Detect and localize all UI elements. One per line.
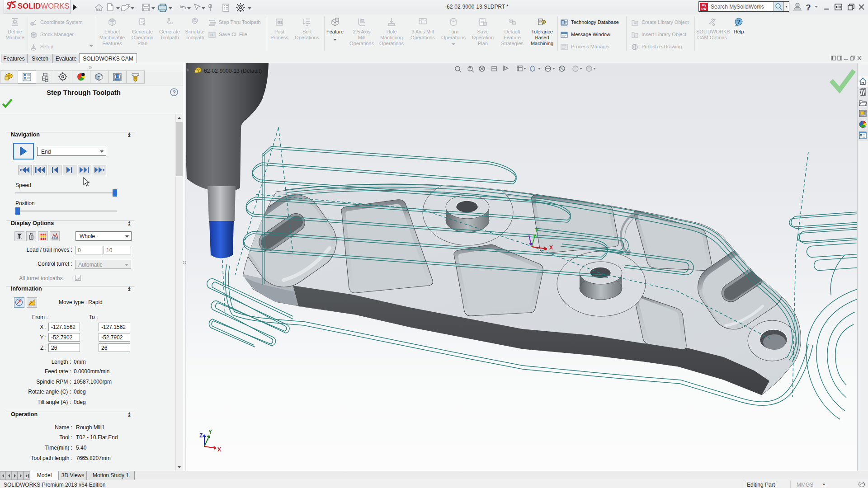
svg-text:CL: CL <box>210 33 214 37</box>
svg-text:X: X <box>549 244 553 251</box>
svg-text:62-02-9000-13 (Default): 62-02-9000-13 (Default) <box>204 68 262 74</box>
svg-text:Y: Y <box>208 429 212 435</box>
svg-text:X: X <box>217 446 221 453</box>
svg-text:?: ? <box>173 89 176 96</box>
svg-text:?: ? <box>737 19 741 24</box>
svg-text:Z: Z <box>199 432 203 439</box>
svg-text:?: ? <box>806 3 811 12</box>
svg-text:SOLIDWORKS: SOLIDWORKS <box>18 2 70 10</box>
svg-text:Y: Y <box>535 227 538 234</box>
svg-text:G1: G1 <box>278 20 283 24</box>
